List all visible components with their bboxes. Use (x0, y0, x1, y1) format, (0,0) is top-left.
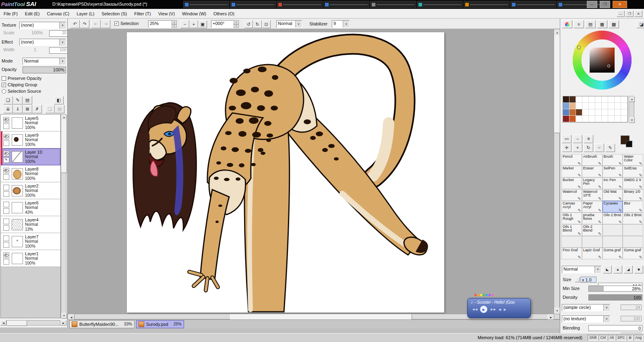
document-tab[interactable]: Surody.psd 25% (136, 320, 184, 328)
brush-item[interactable]: Blur ✎ (623, 201, 643, 213)
layer-paint-target[interactable]: ✎ (3, 242, 9, 248)
swatch[interactable] (621, 103, 627, 109)
chevron-down-icon[interactable]: ▼ (295, 21, 302, 27)
brush-item[interactable]: Oils 2 Brist ✎ (623, 213, 643, 224)
chevron-down-icon[interactable]: ▼ (603, 316, 610, 322)
rgb-slider-toggle[interactable]: ≡ (574, 20, 584, 28)
swatch[interactable] (563, 103, 569, 109)
menu-item[interactable]: File (F) (0, 11, 21, 16)
swatch[interactable] (615, 96, 621, 103)
chevron-down-icon[interactable]: ▼ (59, 58, 66, 65)
brush-item[interactable]: SelPen ✎ (603, 166, 623, 177)
rotate-ccw-button[interactable]: ↺ (244, 20, 253, 28)
background-window-button[interactable] (277, 1, 323, 8)
cursor-tool[interactable]: ✎ (605, 144, 615, 152)
delete-layer-button[interactable]: ✗ (32, 105, 42, 113)
brush-texture-select[interactable]: (no texture) ▼ (562, 315, 610, 323)
swatch[interactable] (569, 103, 576, 109)
rotate-view-tool[interactable]: ↻ (584, 144, 593, 152)
menu-item[interactable]: Selection (S) (98, 11, 130, 16)
magic-wand-tool[interactable]: ✳ (584, 135, 593, 143)
minimize-button[interactable]: — (587, 1, 597, 8)
color-wheel-toggle[interactable] (562, 20, 572, 28)
close-button[interactable]: ✕ (613, 1, 627, 8)
layer-thumbnail[interactable] (12, 168, 23, 179)
menu-item[interactable]: Canvas (C) (43, 11, 73, 16)
swatch[interactable] (576, 103, 582, 109)
hsv-slider-toggle[interactable]: ▤ (585, 20, 596, 28)
left-panel-hscrollbar[interactable]: ◀ ▶ (0, 320, 66, 325)
brush-item[interactable]: ✎ (582, 236, 603, 248)
layer-row[interactable]: ✎ Layer1 Normal 100% (1, 250, 60, 267)
chevron-down-icon[interactable]: ▼ (603, 304, 610, 311)
layer-row[interactable]: ✎ Layer 10 Normal 100% (1, 148, 60, 165)
swatches-toggle[interactable]: ▦ (597, 20, 607, 28)
background-window-button[interactable] (230, 1, 276, 8)
layer-row[interactable]: ✎ Layer4 Normal 13% (1, 216, 60, 233)
brush-item[interactable]: Goma graf ✎ (603, 248, 623, 259)
rewind-button[interactable]: ◄◄ (472, 307, 477, 311)
layer-row[interactable]: ✎ Layer9 Normal 100% (1, 131, 60, 148)
scroll-left-icon[interactable]: ◀ (68, 314, 75, 319)
swatch[interactable] (602, 103, 608, 109)
layer-thumbnail[interactable] (12, 151, 23, 163)
opacity-slider[interactable]: 100% (23, 67, 66, 73)
checkbox-icon[interactable]: ✓ (2, 76, 6, 81)
layer-option-checkbox[interactable]: ✓ Preserve Opacity (2, 75, 66, 81)
brush-item[interactable]: Goma graf ✎ (623, 248, 643, 259)
scroll-up-icon[interactable]: ▲ (629, 96, 635, 102)
brush-item[interactable]: Oils 2 Blend ✎ (582, 224, 603, 236)
layer-row[interactable]: ✎ Layer6 Normal 43% (1, 199, 60, 216)
brush-item[interactable]: Watercol 10"E ✎ (582, 189, 603, 201)
brush-item[interactable]: Fino Graf ✎ (561, 248, 582, 259)
swatch[interactable] (582, 116, 589, 122)
brush-item[interactable]: Old Wat ✎ (603, 189, 623, 201)
layer-paint-target[interactable]: ✎ (3, 225, 9, 231)
swatch[interactable] (595, 109, 602, 116)
menu-item[interactable]: Edit (E) (21, 11, 43, 16)
brush-item[interactable]: Binary 1/0 ✎ (623, 189, 643, 201)
background-color[interactable] (626, 141, 632, 147)
layer-thumbnail[interactable] (12, 134, 23, 146)
swatch[interactable] (563, 96, 569, 103)
canvas-vscrollbar[interactable]: ▲ ▼ (554, 29, 560, 314)
swatch[interactable] (576, 116, 582, 122)
brush-item[interactable]: SMDG 2 X ✎ (623, 177, 643, 189)
layer-row[interactable]: ✎ Layer7 Normal 100% (1, 233, 60, 250)
move-tool[interactable]: ✛ (562, 144, 572, 152)
marquee-tool[interactable]: ▭ (562, 135, 572, 143)
scratchpad-toggle[interactable]: ▩ (609, 20, 619, 28)
scroll-left-icon[interactable]: ◀ (0, 320, 6, 325)
brush-item[interactable]: Watercol ✎ (561, 189, 582, 201)
layer-thumbnail[interactable] (12, 202, 23, 213)
rotate-reset-button[interactable]: ⊡ (262, 20, 271, 28)
background-window-button[interactable] (370, 1, 416, 8)
angle-select[interactable]: +000° (211, 20, 234, 28)
layer-visibility-toggle[interactable] (3, 236, 9, 241)
layer-mode-select[interactable]: Normal ▼ (23, 58, 66, 65)
zoom-select[interactable]: 25% (148, 20, 172, 28)
scrollbar-thumb[interactable] (230, 314, 412, 319)
layer-mask-button[interactable]: ◧ (54, 96, 64, 104)
layer-paint-target[interactable]: ✎ (3, 157, 9, 163)
layer-list-scrollbar[interactable]: ▲ ▼ (61, 114, 66, 318)
volume-down-button[interactable]: ◀ (499, 308, 501, 311)
canvas[interactable] (127, 32, 444, 313)
background-window-button[interactable] (464, 1, 509, 8)
swatch[interactable] (563, 116, 569, 122)
chevron-down-icon[interactable]: ▼ (343, 21, 349, 27)
volume-up-button[interactable]: ▶ (504, 308, 506, 311)
swatch[interactable] (595, 116, 602, 122)
swatch[interactable] (621, 96, 627, 103)
layer-paint-target[interactable]: ✎ (3, 191, 9, 197)
layer-row[interactable]: ✎ Layer8 Normal 100% (1, 165, 60, 182)
layer-paint-target[interactable]: ✎ (3, 208, 9, 214)
swatch[interactable] (595, 103, 602, 109)
scroll-up-icon[interactable]: ▲ (61, 115, 67, 120)
layer-visibility-toggle[interactable] (3, 252, 9, 258)
brush-item[interactable]: SelEras ✎ (623, 166, 643, 177)
new-vector-layer-button[interactable]: ✎ (13, 96, 23, 104)
chevron-down-icon[interactable]: ▼ (594, 266, 601, 273)
brush-item[interactable]: Inc Pen ✎ (603, 177, 623, 189)
hue-marker[interactable] (578, 46, 580, 49)
